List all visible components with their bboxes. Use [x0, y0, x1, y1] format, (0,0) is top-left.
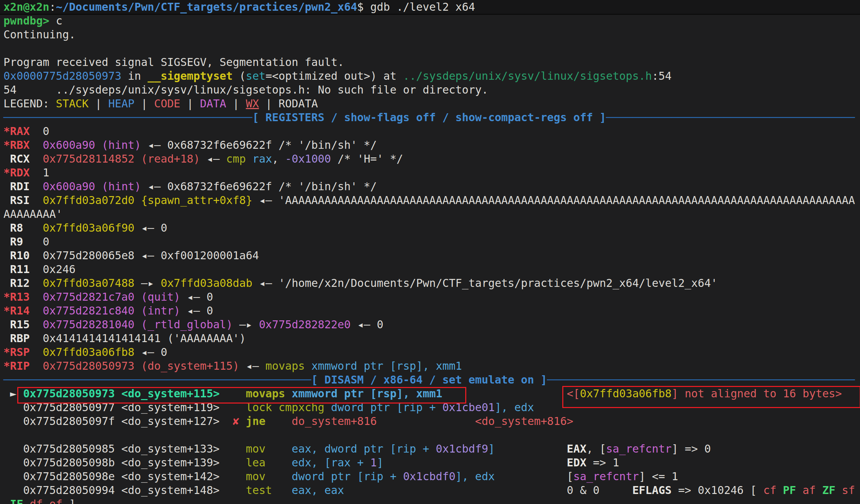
terminal-text-segment: sa_refcntr: [606, 443, 672, 455]
terminal-text-segment: lea: [246, 456, 266, 469]
terminal-text-segment: ../sysdeps/unix/sysv/linux/sigsetops.h: [403, 70, 652, 82]
registers-section-header: ──────────────────────────────────────[ …: [0, 110, 860, 124]
terminal-text-segment: [285, 387, 292, 400]
terminal-text-segment: ] => 0: [671, 443, 711, 455]
terminal-text-segment: ], edx: [495, 401, 534, 414]
terminal-text-segment: ◂— 0: [180, 304, 213, 317]
terminal-text-segment: :54: [652, 70, 672, 82]
terminal-text-segment: 0x775d28050973 (do_system+115): [43, 360, 239, 372]
terminal-text-segment: => 0x10246 [: [671, 484, 763, 496]
terminal-text-segment: rax: [252, 153, 272, 165]
terminal-text-segment: EFLAGS: [632, 484, 672, 496]
terminal-text-segment: ◂— 0: [180, 291, 213, 303]
terminal-text-segment: 0x7ffd03a07488: [43, 277, 135, 289]
terminal-text-segment: *R13: [3, 291, 30, 303]
terminal-text-segment: ] <= 1: [639, 470, 678, 483]
terminal-text-segment: ◂—: [239, 360, 266, 372]
register-r11: R11 0x246: [0, 262, 860, 276]
terminal-text-segment: [30, 153, 43, 165]
terminal-text-segment: *RDX: [3, 166, 30, 179]
terminal-text-segment: :: [49, 1, 56, 13]
terminal-text-segment: /* 'H=' */: [331, 153, 403, 165]
terminal-text-segment: [220, 387, 246, 400]
register-rbp: RBP 0x4141414141414141 ('AAAAAAAA'): [0, 331, 860, 345]
terminal-text-segment: ◂— '/home/x2n/Documents/Pwn/CTF_targets/…: [252, 277, 718, 289]
register-rax: *RAX 0: [0, 124, 860, 138]
disasm-line: 0x775d2805098b <do_system+139> lea edx, …: [0, 456, 860, 469]
terminal-text-segment: [30, 304, 43, 317]
terminal-text-segment: ──────────────────────────────────────: [606, 111, 855, 124]
terminal-text-segment: [23, 222, 43, 234]
terminal-text-segment: 0x7ffd03a06f90: [43, 222, 135, 234]
terminal-text-segment: <[: [567, 387, 580, 400]
terminal-text-segment: 1: [30, 166, 49, 179]
terminal-text-segment: 0: [23, 235, 49, 248]
terminal-text-segment: xmmword ptr [rsp], xmm1: [311, 360, 462, 372]
register-r10: R10 0x775d280065e8 ◂— 0xf001200001a64: [0, 249, 860, 262]
terminal-text-segment: LEGEND:: [3, 97, 56, 110]
register-rdx: *RDX 1: [0, 166, 860, 180]
terminal-text-segment: 0x775d28050985 <do_system+133>: [3, 443, 246, 455]
terminal-text-segment: -0x1000: [285, 153, 331, 165]
terminal-text-segment: 0x0000775d28050973: [3, 70, 121, 82]
terminal-text-segment: 0x775d28050977 <do_system+119>: [3, 401, 246, 414]
terminal-text-segment: 0x246: [30, 263, 76, 275]
register-rdi: RDI 0x600a90 (hint) ◂— 0x68732f6e69622f …: [0, 180, 860, 193]
terminal-text-segment: pwndbg>: [3, 14, 56, 27]
terminal-text-segment: |: [226, 97, 246, 110]
terminal-text-segment: => 1: [586, 456, 619, 469]
terminal-text-segment: CODE: [154, 97, 180, 110]
eflags-wrap-line: IF df of ]: [0, 497, 860, 504]
disasm-line: 0x775d28050977 <do_system+119> lock cmpx…: [0, 400, 860, 414]
terminal-text-segment: 0 & 0: [567, 484, 632, 496]
terminal-text-segment: [3, 235, 10, 248]
register-rsi-wrap: AAAAAAAA': [0, 207, 860, 221]
terminal-text-segment: x2n@x2n: [3, 1, 49, 13]
register-rsp: *RSP 0x7ffd03a06fb8 ◂— 0: [0, 345, 860, 359]
terminal-text-segment: ►: [3, 387, 23, 400]
terminal-text-segment: ◂— 0: [134, 346, 167, 358]
terminal-text-segment: EDX: [567, 456, 586, 469]
terminal-text-segment: RSI: [10, 194, 30, 206]
terminal-text-segment: *RIP: [3, 360, 30, 372]
disasm-section-header: ────────────────────────────────────────…: [0, 373, 860, 387]
terminal-text-segment: mov: [246, 470, 266, 483]
terminal-text-segment: ]: [488, 443, 495, 455]
terminal-text-segment: ◂—: [200, 153, 226, 165]
register-r12: R12 0x7ffd03a07488 —▸ 0x7ffd03a08dab ◂— …: [0, 276, 860, 290]
terminal-text-segment: af: [803, 484, 816, 496]
source-missing-line: 54 ../sysdeps/unix/sysv/linux/sigsetops.…: [0, 83, 860, 97]
register-r9: R9 0: [0, 235, 860, 249]
terminal-text-segment: R15: [10, 318, 30, 331]
terminal-text-segment: [383, 456, 567, 469]
terminal-text-segment: ◂— 0: [134, 222, 167, 234]
terminal-text-segment: [442, 387, 567, 400]
fault-location-line: 0x0000775d28050973 in __sigemptyset (set…: [0, 69, 860, 83]
terminal-text-segment: ]: [63, 498, 76, 504]
terminal-text-segment: ────────────────────────────────────────…: [547, 374, 855, 386]
terminal-text-segment: [266, 456, 292, 469]
register-rsi: RSI 0x7ffd03a072d0 {spawn_attr+0xf8} ◂— …: [0, 193, 860, 207]
terminal-text-segment: STACK: [56, 97, 89, 110]
disasm-line: 0x775d2805097f <do_system+127> ✘ jne do_…: [0, 414, 860, 428]
terminal-text-segment: =<optimized out>) at: [266, 70, 403, 82]
terminal-text-segment: [3, 277, 10, 289]
terminal-text-segment: 0x775d2805097f <do_system+127>: [3, 415, 233, 427]
terminal-text-segment: cmp: [226, 153, 246, 165]
terminal-text-segment: [266, 470, 292, 483]
terminal-text-segment: [266, 415, 292, 427]
terminal-text-segment: edx, [rax +: [292, 456, 370, 469]
terminal-text-segment: <do_system+816>: [475, 415, 573, 427]
terminal-text-segment: sa_refcntr: [573, 470, 639, 483]
terminal-text-segment: [272, 484, 292, 496]
terminal-text-segment: [23, 498, 30, 504]
terminal-text-segment: mov: [246, 443, 266, 455]
terminal-text-segment: 0x1cbdf0: [403, 470, 456, 483]
terminal-text-segment: [3, 194, 10, 206]
terminal-text-segment: 0x775d2805098b <do_system+139>: [3, 456, 246, 469]
signal-line: Program received signal SIGSEGV, Segment…: [0, 55, 860, 69]
terminal-text-segment: dword ptr [rip +: [331, 401, 442, 414]
terminal-text-segment: [3, 249, 10, 262]
terminal-text-segment: ZF: [822, 484, 835, 496]
terminal-text-segment: eax, eax: [292, 484, 344, 496]
